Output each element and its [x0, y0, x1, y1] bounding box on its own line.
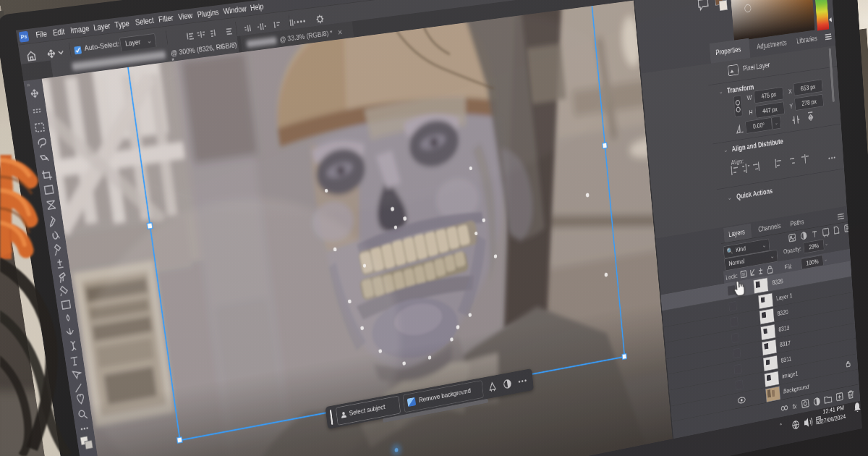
svg-text:fx: fx: [792, 402, 797, 410]
